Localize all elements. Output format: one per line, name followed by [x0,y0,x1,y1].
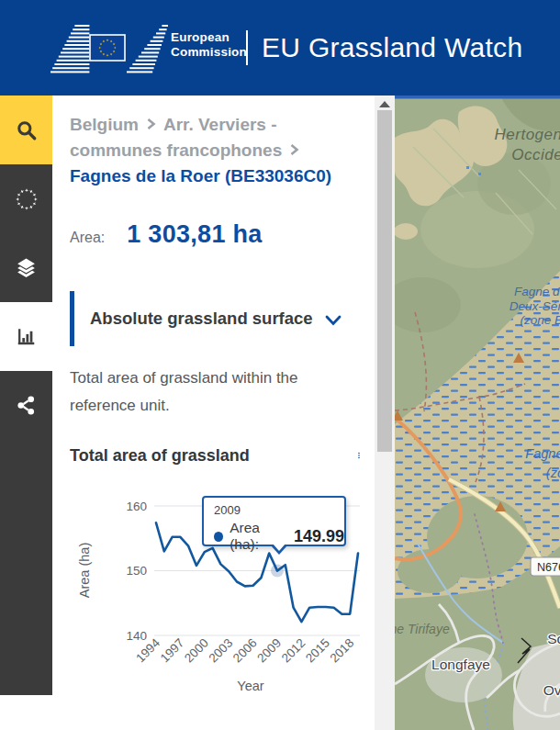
metric-selector[interactable]: Absolute grassland surface [70,291,375,346]
eu-grassland-watch-app: European Commission EU Grassland Watch [0,0,560,730]
area-row: Area: 1 303,81 ha [70,220,375,249]
sidebar-item-eu-sites[interactable] [0,164,52,233]
metric-description: Total area of grassland within the refer… [70,365,367,420]
breadcrumb-item-country[interactable]: Belgium [70,115,139,134]
series-marker-icon [214,532,223,542]
map-label-zoneb-3: (zone B) [520,313,560,327]
info-panel: BelgiumArr. Verviers - communes francoph… [52,95,375,730]
grassland-line-chart[interactable]: 1601501401994199720002003200620092012201… [70,478,367,710]
svg-text:2015: 2015 [303,636,332,666]
search-icon [15,118,39,142]
chart-section-title: Total area of grassland [70,446,250,466]
scroll-up-arrow-icon[interactable] [379,101,390,107]
share-icon [15,394,38,417]
ec-wordmark: European Commission [171,30,247,60]
svg-text:1997: 1997 [158,636,187,666]
map-label-partial: Sou [547,631,560,646]
ec-wordmark-line1: European [171,30,247,45]
svg-text:2003: 2003 [206,636,235,666]
tooltip-value: 149.99 [294,527,344,546]
map-label-zoneb-2: Deux-Séries [510,299,560,313]
svg-text:Year: Year [237,679,263,693]
breadcrumb: BelgiumArr. Verviers - communes francoph… [70,112,365,189]
breadcrumb-item-site: Fagnes de la Roer (BE33036C0) [70,166,331,185]
european-commission-logo-icon [50,23,168,80]
app-title: EU Grassland Watch [262,0,522,95]
eu-flag [90,35,125,61]
road-shield: N676 [531,557,560,576]
svg-text:Area (ha): Area (ha) [77,543,92,598]
area-label: Area: [70,230,105,246]
breadcrumb-separator-icon [146,118,156,130]
chart-section-header: Total area of grassland [70,445,367,466]
ec-wordmark-line2: Commission [171,45,247,60]
chart-tooltip: 2009 Area (ha): 149.99 [202,496,346,546]
sidebar-item-share[interactable] [0,371,52,440]
tooltip-row: Area (ha): 149.99 [214,520,344,553]
area-value: 1 303,81 ha [127,220,262,249]
header-divider [246,30,248,65]
map-canvas[interactable]: Hertogenwald Occidental Fagne des Deux-S… [395,95,560,730]
tooltip-series-label: Area (ha): [230,520,288,553]
svg-text:2006: 2006 [230,636,260,666]
map-label-forest-2: Occidental [511,146,560,163]
svg-text:2000: 2000 [182,636,211,666]
svg-text:150: 150 [126,564,147,578]
selector-label: Absolute grassland surface [90,309,313,329]
map-label-zonea-2: (zone A) [546,466,560,480]
sidebar [0,95,52,730]
svg-text:140: 140 [126,629,147,643]
kebab-menu-icon[interactable] [351,445,367,466]
app-header: European Commission EU Grassland Watch [0,0,560,95]
map-label-zonea-1: Fagne Wallonne [525,446,560,461]
selector-accent-bar [70,291,74,346]
chevron-down-icon [325,315,342,326]
panel-scrollbar[interactable] [375,95,395,730]
svg-text:160: 160 [126,500,147,513]
map[interactable]: Hertogenwald Occidental Fagne des Deux-S… [395,95,560,730]
sidebar-item-search[interactable] [0,95,52,164]
svg-text:2018: 2018 [327,636,356,666]
eu-stars-icon [15,187,39,211]
svg-text:2012: 2012 [279,636,308,666]
map-label-forest-1: Hertogenwald [495,126,560,143]
map-label-longfaye: Longfaye [431,657,490,672]
map-label-tirifaye: Fagne Tirifaye [395,622,450,636]
map-label-ovifat: Ovifat [543,682,560,698]
tooltip-year: 2009 [214,503,344,517]
svg-text:2009: 2009 [254,636,284,666]
scrollbar-thumb[interactable] [377,110,392,452]
layers-icon [15,256,38,279]
sidebar-item-layers[interactable] [0,233,52,302]
road-shield-label: N676 [537,561,560,574]
map-label-zoneb-1: Fagne des [514,285,560,298]
map-top-border [395,95,560,99]
bar-chart-icon [15,325,38,348]
sidebar-item-charts[interactable] [0,302,52,371]
breadcrumb-separator-icon [289,143,299,156]
